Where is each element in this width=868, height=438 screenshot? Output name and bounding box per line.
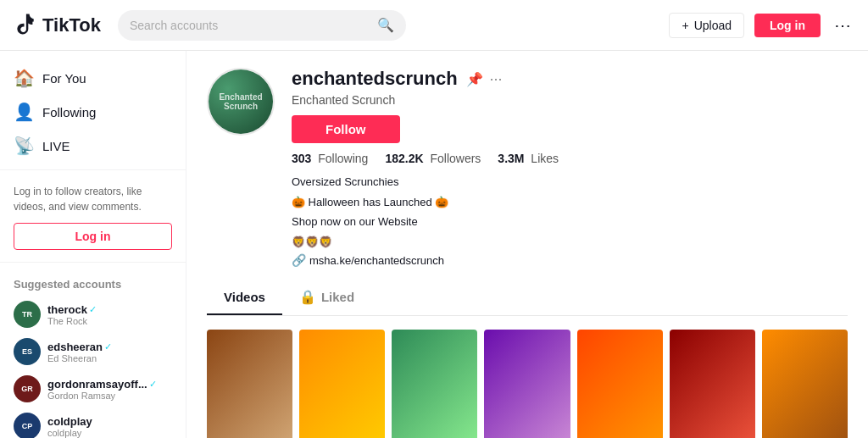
sidebar-divider bbox=[0, 169, 186, 170]
profile-display-name: Enchanted Scrunch bbox=[292, 93, 848, 107]
suggested-account-edsheeran[interactable]: ES edsheeran ✓ Ed Sheeran bbox=[0, 333, 186, 370]
profile-link-text: msha.ke/enchantedscrunch bbox=[309, 254, 444, 267]
more-options-button[interactable]: ⋯ bbox=[831, 12, 854, 39]
video-thumb-1[interactable]: ▶ 742 And this is why my siste... bbox=[207, 330, 292, 438]
video-grid: ▶ 742 And this is why my siste... ▶ 821 … bbox=[207, 330, 848, 438]
video-thumbnail-2 bbox=[299, 330, 385, 438]
suggested-sub-edsheeran: Ed Sheeran bbox=[47, 353, 112, 363]
bio-line-2: 🎃 Halloween has Launched 🎃 bbox=[292, 194, 848, 211]
tiktok-logo-icon bbox=[14, 14, 37, 37]
video-thumb-6[interactable]: ▶ 1843 All of your orders today ... bbox=[670, 330, 755, 438]
stat-following: 303 Following bbox=[292, 152, 368, 165]
sidebar-item-following[interactable]: 👤 Following bbox=[0, 95, 186, 129]
likes-label: Likes bbox=[531, 152, 559, 165]
pin-icon: 📌 bbox=[466, 71, 483, 87]
main-layout: 🏠 For You 👤 Following 📡 LIVE Log in to f… bbox=[0, 51, 868, 438]
sidebar: 🏠 For You 👤 Following 📡 LIVE Log in to f… bbox=[0, 51, 186, 438]
tab-videos[interactable]: Videos bbox=[207, 280, 282, 315]
sidebar-divider-2 bbox=[0, 262, 186, 263]
profile-avatar-inner: EnchantedScrunch bbox=[209, 69, 273, 134]
plus-icon: + bbox=[682, 19, 688, 32]
video-thumbnail-6 bbox=[670, 330, 755, 438]
sidebar-item-for-you[interactable]: 🏠 For You bbox=[0, 61, 186, 95]
main-content: EnchantedScrunch enchantedscrunch 📌 ··· … bbox=[186, 51, 868, 438]
upload-label: Upload bbox=[694, 19, 732, 32]
verified-badge-gordonramsay: ✓ bbox=[149, 379, 157, 390]
live-icon: 📡 bbox=[14, 136, 34, 156]
profile-username: enchantedscrunch bbox=[292, 68, 458, 90]
lock-icon: 🔒 bbox=[299, 289, 316, 305]
bio-line-4: 🦁🦁🦁 bbox=[292, 234, 848, 251]
profile-action-icons: 📌 ··· bbox=[466, 70, 503, 88]
likes-count: 3.3M bbox=[498, 152, 524, 165]
bio-line-1: Oversized Scrunchies bbox=[292, 174, 848, 191]
suggested-name-coldplay: coldplay bbox=[47, 415, 92, 428]
profile-header: EnchantedScrunch enchantedscrunch 📌 ··· … bbox=[207, 68, 848, 267]
tab-liked[interactable]: 🔒 Liked bbox=[282, 280, 371, 315]
video-thumb-5[interactable]: ▶ 2502 Zombie brains in your h... bbox=[577, 330, 663, 438]
follow-button[interactable]: Follow bbox=[292, 115, 400, 143]
profile-avatar: EnchantedScrunch bbox=[207, 68, 275, 136]
stat-followers: 182.2K Followers bbox=[385, 152, 481, 165]
logo-link[interactable]: TikTok bbox=[14, 14, 101, 37]
avatar-coldplay: CP bbox=[14, 413, 41, 438]
avatar-therock: TR bbox=[14, 301, 41, 328]
verified-badge-edsheeran: ✓ bbox=[104, 341, 112, 352]
video-thumbnail-5 bbox=[577, 330, 663, 438]
video-thumb-3[interactable]: ▶ 3010 Gotta love Halloween ti... bbox=[392, 330, 477, 438]
video-thumb-2[interactable]: ▶ 821 Almost favorite time of t... bbox=[299, 330, 385, 438]
header: TikTok 🔍 + Upload Log in ⋯ bbox=[0, 0, 868, 51]
tab-videos-label: Videos bbox=[224, 290, 265, 304]
suggested-account-therock[interactable]: TR therock ✓ The Rock bbox=[0, 296, 186, 333]
suggested-accounts-title: Suggested accounts bbox=[0, 269, 186, 296]
sidebar-login-prompt: Log in to follow creators, like videos, … bbox=[0, 177, 186, 218]
verified-badge-therock: ✓ bbox=[89, 304, 97, 315]
link-icon: 🔗 bbox=[292, 253, 306, 267]
video-thumbnail-3 bbox=[392, 330, 477, 438]
suggested-name-edsheeran: edsheeran bbox=[47, 341, 103, 353]
following-count: 303 bbox=[292, 152, 311, 165]
bio-line-3: Shop now on our Website bbox=[292, 213, 848, 230]
suggested-name-gordonramsay: gordonramsayoff... bbox=[47, 378, 147, 391]
video-thumbnail-4 bbox=[484, 330, 570, 438]
video-thumbnail-1 bbox=[207, 330, 292, 438]
home-icon: 🏠 bbox=[14, 68, 34, 88]
profile-tabs: Videos 🔒 Liked bbox=[207, 280, 848, 316]
profile-external-link[interactable]: 🔗 msha.ke/enchantedscrunch bbox=[292, 253, 848, 267]
header-login-button[interactable]: Log in bbox=[754, 14, 821, 37]
sidebar-label-for-you: For You bbox=[42, 71, 86, 86]
suggested-account-coldplay[interactable]: CP coldplay coldplay bbox=[0, 408, 186, 438]
suggested-sub-coldplay: coldplay bbox=[47, 428, 92, 438]
following-label: Following bbox=[318, 152, 368, 165]
suggested-account-gordonramsay[interactable]: GR gordonramsayoff... ✓ Gordon Ramsay bbox=[0, 370, 186, 408]
stat-likes: 3.3M Likes bbox=[498, 152, 559, 165]
logo-text: TikTok bbox=[42, 14, 101, 36]
more-dots-icon[interactable]: ··· bbox=[490, 70, 503, 88]
tab-liked-label: Liked bbox=[321, 290, 354, 304]
sidebar-label-live: LIVE bbox=[42, 139, 70, 153]
suggested-sub-therock: The Rock bbox=[47, 316, 97, 326]
followers-label: Followers bbox=[430, 152, 481, 165]
header-right: + Upload Log in ⋯ bbox=[669, 12, 854, 39]
avatar-edsheeran: ES bbox=[14, 338, 41, 365]
sidebar-label-following: Following bbox=[42, 105, 96, 119]
search-bar: 🔍 bbox=[118, 10, 406, 41]
search-input[interactable] bbox=[130, 19, 370, 32]
video-thumb-4[interactable]: ▶ 11.5K Chill your hot beans ove... bbox=[484, 330, 570, 438]
profile-name-row: enchantedscrunch 📌 ··· bbox=[292, 68, 848, 90]
video-thumb-7[interactable]: ▶ 1696 HALLOWEEN HAS LAU... bbox=[762, 330, 848, 438]
profile-info: enchantedscrunch 📌 ··· Enchanted Scrunch… bbox=[292, 68, 848, 267]
video-thumbnail-7 bbox=[762, 330, 848, 438]
suggested-name-therock: therock bbox=[47, 303, 87, 316]
avatar-gordonramsay: GR bbox=[14, 375, 41, 402]
sidebar-login-button[interactable]: Log in bbox=[14, 223, 172, 250]
followers-count: 182.2K bbox=[385, 152, 423, 165]
following-icon: 👤 bbox=[14, 102, 34, 122]
profile-stats: 303 Following 182.2K Followers 3.3M Like… bbox=[292, 152, 848, 165]
sidebar-item-live[interactable]: 📡 LIVE bbox=[0, 129, 186, 163]
suggested-sub-gordonramsay: Gordon Ramsay bbox=[47, 391, 157, 401]
search-icon: 🔍 bbox=[377, 17, 394, 33]
upload-button[interactable]: + Upload bbox=[669, 13, 744, 38]
